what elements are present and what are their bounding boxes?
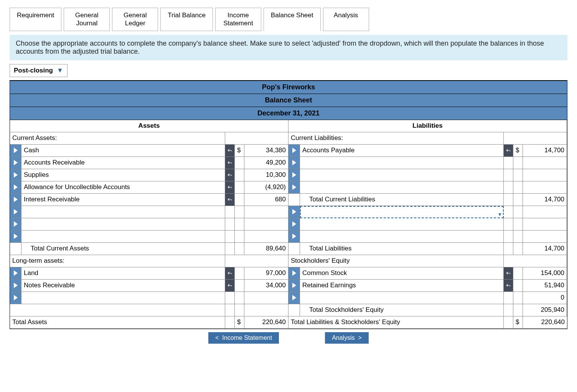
liability-value[interactable]: [523, 169, 567, 181]
next-button[interactable]: Analysis >: [325, 332, 369, 344]
asset-account[interactable]: [21, 218, 225, 231]
tab-income-statement[interactable]: Income Statement: [215, 8, 261, 31]
row-selector-icon[interactable]: [288, 169, 300, 181]
liability-value[interactable]: [523, 181, 567, 194]
prev-label: Income Statement: [222, 334, 272, 341]
asset-value[interactable]: 34,000: [244, 280, 288, 292]
asset-value[interactable]: 680: [244, 194, 288, 206]
total-liabilities-label: Total Liabilities: [300, 243, 504, 255]
equity-value[interactable]: 0: [523, 292, 567, 304]
undo-icon[interactable]: [225, 194, 235, 206]
asset-account[interactable]: Notes Receivable: [21, 280, 225, 292]
long-term-assets-label: Long-term assets:: [10, 255, 225, 267]
undo-icon[interactable]: [225, 280, 235, 292]
row-selector-icon[interactable]: [288, 280, 300, 292]
asset-value[interactable]: (4,920): [244, 181, 288, 194]
undo-icon[interactable]: [504, 280, 513, 292]
undo-icon[interactable]: [225, 169, 235, 181]
svg-marker-16: [292, 270, 296, 276]
row-selector-icon[interactable]: [288, 218, 300, 231]
undo-icon[interactable]: [504, 145, 513, 157]
tab-trial-balance[interactable]: Trial Balance: [160, 8, 213, 31]
asset-account[interactable]: Cash: [21, 145, 225, 157]
row-selector-icon[interactable]: [10, 145, 21, 157]
row-selector-icon[interactable]: [10, 218, 21, 231]
prev-button[interactable]: < Income Statement: [208, 332, 279, 344]
balance-source-dropdown[interactable]: Post-closing ▼: [10, 64, 68, 77]
asset-account[interactable]: [21, 206, 225, 218]
asset-value[interactable]: 49,200: [244, 157, 288, 169]
row-selector-icon[interactable]: [288, 181, 300, 194]
liability-value[interactable]: 14,700: [523, 145, 567, 157]
dollar-sign: $: [235, 145, 244, 157]
tab-requirement[interactable]: Requirement: [10, 8, 61, 31]
row-selector-icon[interactable]: [10, 280, 21, 292]
row-selector-icon[interactable]: [288, 157, 300, 169]
undo-icon[interactable]: [504, 267, 513, 280]
equity-value[interactable]: 154,000: [523, 267, 567, 280]
undo-icon[interactable]: [225, 267, 235, 280]
undo-icon[interactable]: [225, 157, 235, 169]
asset-value[interactable]: [244, 206, 288, 218]
row-selector-icon[interactable]: [10, 169, 21, 181]
equity-account[interactable]: [300, 292, 504, 304]
equity-value[interactable]: 51,940: [523, 280, 567, 292]
liability-account[interactable]: [300, 169, 504, 181]
tab-balance-sheet[interactable]: Balance Sheet: [264, 8, 321, 31]
row-selector-icon[interactable]: [10, 181, 21, 194]
asset-value[interactable]: 34,380: [244, 145, 288, 157]
row-selector-icon[interactable]: [288, 206, 300, 218]
svg-marker-1: [292, 148, 296, 153]
asset-account[interactable]: Allowance for Uncollectible Accounts: [21, 181, 225, 194]
tab-label: Income Statement: [223, 12, 253, 27]
total-liab-equity-label: Total Liabilities & Stockholders' Equity: [288, 316, 504, 329]
asset-account[interactable]: [21, 231, 225, 243]
chevron-down-icon: ▼: [57, 67, 63, 74]
row-selector-icon[interactable]: [288, 145, 300, 157]
row-selector-icon[interactable]: [288, 267, 300, 280]
asset-account[interactable]: Accounts Receivable: [21, 157, 225, 169]
active-dropdown-cell[interactable]: ▼: [300, 206, 504, 218]
row-selector-icon[interactable]: [10, 231, 21, 243]
asset-account[interactable]: Land: [21, 267, 225, 280]
row-selector-icon[interactable]: [10, 267, 21, 280]
total-current-assets-label: Total Current Assets: [21, 243, 225, 255]
liability-account[interactable]: [300, 231, 504, 243]
total-current-liabilities-label: Total Current Liabilities: [300, 194, 504, 206]
row-selector-icon[interactable]: [10, 157, 21, 169]
liability-account[interactable]: Accounts Payable: [300, 145, 504, 157]
liability-account[interactable]: [300, 157, 504, 169]
row-selector-icon[interactable]: [10, 206, 21, 218]
row-selector-icon[interactable]: [288, 292, 300, 304]
svg-marker-6: [14, 184, 18, 190]
equity-account[interactable]: Common Stock: [300, 267, 504, 280]
total-liab-equity-value: 220,640: [523, 316, 567, 329]
grid: Assets Liabilities Current Assets: Curre…: [10, 120, 567, 329]
asset-account[interactable]: [21, 292, 225, 304]
svg-marker-10: [292, 209, 296, 214]
asset-account[interactable]: Supplies: [21, 169, 225, 181]
undo-icon[interactable]: [225, 181, 235, 194]
row-selector-icon[interactable]: [10, 292, 21, 304]
tab-label: Balance Sheet: [271, 12, 313, 19]
row-selector-icon[interactable]: [10, 194, 21, 206]
total-assets-label: Total Assets: [10, 316, 225, 329]
tab-analysis[interactable]: Analysis: [323, 8, 369, 31]
asset-value[interactable]: 97,000: [244, 267, 288, 280]
tab-label: Analysis: [334, 12, 358, 19]
tab-general-journal[interactable]: General Journal: [64, 8, 110, 31]
sheet-title: Balance Sheet: [10, 94, 567, 107]
balance-sheet-table: Pop's Fireworks Balance Sheet December 3…: [10, 80, 567, 329]
row-selector-icon[interactable]: [288, 231, 300, 243]
undo-icon[interactable]: [225, 145, 235, 157]
bottom-nav: < Income Statement Analysis >: [10, 332, 567, 344]
liability-account[interactable]: [300, 181, 504, 194]
tab-general-ledger[interactable]: General Ledger: [112, 8, 158, 31]
current-liabilities-label: Current Liabilities:: [288, 132, 504, 145]
liability-value[interactable]: [523, 157, 567, 169]
liability-value[interactable]: [523, 206, 567, 218]
asset-account[interactable]: Interest Receivable: [21, 194, 225, 206]
equity-account[interactable]: Retained Earnings: [300, 280, 504, 292]
asset-value[interactable]: 10,300: [244, 169, 288, 181]
liability-account[interactable]: [300, 218, 504, 231]
